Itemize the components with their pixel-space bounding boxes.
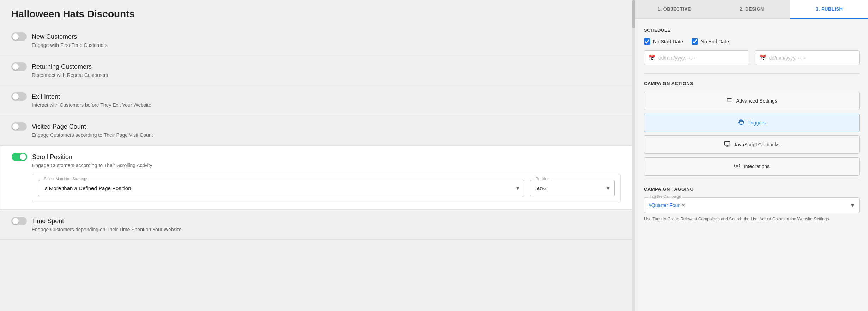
trigger-desc-returning-customers: Reconnect with Repeat Customers — [32, 72, 621, 78]
javascript-callbacks-label: JavaScript Callbacks — [734, 142, 780, 147]
campaign-actions-title: CAMPAIGN ACTIONS — [644, 81, 860, 86]
schedule-checkboxes: No Start Date No End Date — [644, 38, 860, 45]
trigger-header: Exit Intent — [11, 92, 621, 101]
matching-strategy-wrapper: Select Matching Strategy Is More than a … — [38, 180, 524, 196]
trigger-label-new-customers: New Customers — [32, 33, 77, 41]
position-select[interactable]: 50% — [530, 180, 615, 196]
end-date-calendar-icon: 📅 — [759, 54, 766, 61]
tag-chip-remove-icon[interactable]: × — [682, 202, 685, 208]
tag-label: Tag the Campaign — [648, 194, 682, 199]
svg-point-3 — [727, 100, 728, 101]
trigger-desc-exit-intent: Interact with Customers before They Exit… — [32, 102, 621, 108]
scroll-position-options: Select Matching Strategy Is More than a … — [32, 174, 621, 202]
toggle-returning-customers[interactable] — [11, 62, 27, 71]
start-date-field[interactable]: 📅 dd/mm/yyyy, --:-- — [644, 50, 749, 65]
trigger-item-returning-customers: Returning Customers Reconnect with Repea… — [0, 55, 632, 85]
trigger-item-scroll-position: Scroll Position Engage Customers accordi… — [0, 145, 632, 210]
start-date-placeholder: dd/mm/yyyy, --:-- — [658, 55, 695, 61]
left-scrollbar[interactable] — [632, 0, 635, 311]
trigger-header: Time Spent — [11, 217, 621, 225]
integrations-button[interactable]: Integrations — [644, 157, 860, 176]
start-date-calendar-icon: 📅 — [649, 54, 656, 61]
position-label: Position — [534, 177, 551, 181]
right-panel: 1. OBJECTIVE 2. DESIGN 3. PUBLISH SCHEDU… — [635, 0, 868, 311]
advanced-settings-button[interactable]: Advanced Settings — [644, 92, 860, 110]
campaign-tagging-section: CAMPAIGN TAGGING Tag the Campaign #Quart… — [644, 187, 860, 222]
integrations-label: Integrations — [744, 164, 770, 169]
no-end-date-input[interactable] — [692, 38, 698, 45]
page-title: Halloween Hats Discounts — [0, 0, 632, 25]
campaign-actions-section: CAMPAIGN ACTIONS Advanced Settings Trigg… — [644, 81, 860, 176]
trigger-label-returning-customers: Returning Customers — [32, 63, 92, 71]
triggers-button[interactable]: Triggers — [644, 114, 860, 132]
trigger-item-time-spent: Time Spent Engage Customers depending on… — [0, 210, 632, 240]
divider-1 — [644, 73, 860, 74]
campaign-tagging-title: CAMPAIGN TAGGING — [644, 187, 860, 192]
trigger-item-new-customers: New Customers Engage with First-Time Cus… — [0, 25, 632, 55]
trigger-header: Scroll Position — [12, 153, 621, 161]
svg-point-7 — [736, 165, 738, 167]
trigger-item-exit-intent: Exit Intent Interact with Customers befo… — [0, 85, 632, 115]
toggle-scroll-position[interactable] — [12, 153, 27, 161]
advanced-settings-icon — [726, 97, 733, 105]
schedule-title: SCHEDULE — [644, 28, 860, 33]
position-wrapper: Position 50% ▼ — [530, 180, 615, 196]
trigger-label-visited-page-count: Visited Page Count — [32, 123, 86, 130]
trigger-label-exit-intent: Exit Intent — [32, 93, 60, 100]
tab-publish[interactable]: 3. PUBLISH — [790, 0, 868, 19]
no-end-date-checkbox[interactable]: No End Date — [692, 38, 729, 45]
schedule-section: SCHEDULE No Start Date No End Date 📅 dd/… — [644, 28, 860, 65]
tag-chip-text: #Quarter Four — [649, 202, 680, 208]
no-start-date-checkbox[interactable]: No Start Date — [644, 38, 683, 45]
no-start-date-label: No Start Date — [653, 39, 683, 44]
date-inputs: 📅 dd/mm/yyyy, --:-- 📅 dd/mm/yyyy, --:-- — [644, 50, 860, 65]
no-start-date-input[interactable] — [644, 38, 650, 45]
toggle-visited-page-count[interactable] — [11, 122, 27, 131]
tag-field-wrapper: Tag the Campaign #Quarter Four × ▼ — [644, 197, 860, 213]
matching-strategy-select[interactable]: Is More than a Defined Page Position — [38, 180, 524, 196]
tag-hint-text: Use Tags to Group Relevant Campaigns and… — [644, 216, 860, 222]
left-scroll-thumb[interactable] — [632, 0, 635, 28]
integrations-icon — [734, 163, 740, 170]
no-end-date-label: No End Date — [701, 39, 729, 44]
tabs-bar: 1. OBJECTIVE 2. DESIGN 3. PUBLISH — [635, 0, 868, 19]
javascript-callbacks-button[interactable]: JavaScript Callbacks — [644, 135, 860, 154]
tag-input-field[interactable]: #Quarter Four × ▼ — [644, 197, 860, 213]
divider-2 — [644, 179, 860, 179]
trigger-desc-new-customers: Engage with First-Time Customers — [32, 42, 621, 48]
end-date-field[interactable]: 📅 dd/mm/yyyy, --:-- — [755, 50, 860, 65]
matching-strategy-label: Select Matching Strategy — [42, 177, 88, 181]
end-date-placeholder: dd/mm/yyyy, --:-- — [769, 55, 806, 61]
trigger-header: Visited Page Count — [11, 122, 621, 131]
triggers-scroll-area: New Customers Engage with First-Time Cus… — [0, 25, 632, 311]
svg-rect-4 — [724, 141, 730, 145]
javascript-callbacks-icon — [724, 141, 730, 148]
trigger-header: Returning Customers — [11, 62, 621, 71]
tag-chip-quarter-four: #Quarter Four × — [649, 202, 685, 208]
trigger-label-scroll-position: Scroll Position — [32, 153, 72, 161]
toggle-exit-intent[interactable] — [11, 92, 27, 101]
trigger-header: New Customers — [11, 32, 621, 41]
trigger-item-visited-page-count: Visited Page Count Engage Customers acco… — [0, 115, 632, 145]
triggers-icon — [738, 119, 744, 127]
tab-objective[interactable]: 1. OBJECTIVE — [635, 0, 713, 19]
toggle-new-customers[interactable] — [11, 32, 27, 41]
tab-design[interactable]: 2. DESIGN — [713, 0, 791, 19]
trigger-label-time-spent: Time Spent — [32, 218, 64, 225]
toggle-time-spent[interactable] — [11, 217, 27, 225]
right-content: SCHEDULE No Start Date No End Date 📅 dd/… — [635, 19, 868, 311]
trigger-desc-visited-page-count: Engage Customers according to Their Page… — [32, 132, 621, 138]
tag-dropdown-arrow-icon[interactable]: ▼ — [850, 202, 855, 208]
left-panel: Halloween Hats Discounts New Customers E… — [0, 0, 632, 311]
advanced-settings-label: Advanced Settings — [736, 98, 777, 104]
trigger-desc-scroll-position: Engage Customers according to Their Scro… — [32, 163, 621, 168]
trigger-desc-time-spent: Engage Customers depending on Their Time… — [32, 227, 621, 232]
triggers-label: Triggers — [748, 120, 766, 126]
